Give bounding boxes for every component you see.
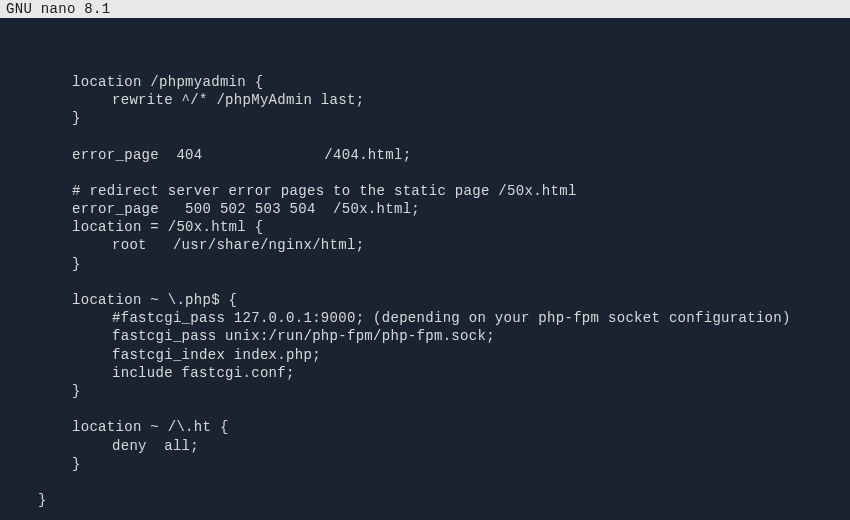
code-line[interactable]: # redirect server error pages to the sta… (72, 182, 850, 200)
code-line[interactable]: } (38, 491, 850, 509)
code-line[interactable]: } (72, 255, 850, 273)
code-line[interactable]: rewrite ^/* /phpMyAdmin last; (112, 91, 850, 109)
code-line[interactable]: fastcgi_pass unix:/run/php-fpm/php-fpm.s… (112, 327, 850, 345)
editor-content[interactable]: location /phpmyadmin {rewrite ^/* /phpMy… (0, 18, 850, 520)
code-line[interactable]: error_page 500 502 503 504 /50x.html; (72, 200, 850, 218)
title-bar: GNU nano 8.1 (0, 0, 850, 18)
code-line[interactable]: #fastcgi_pass 127.0.0.1:9000; (depending… (112, 309, 850, 327)
code-line[interactable]: deny all; (112, 437, 850, 455)
code-line[interactable] (0, 400, 850, 418)
code-line[interactable]: location ~ \.php$ { (72, 291, 850, 309)
code-line[interactable]: error_page 404 /404.html; (72, 146, 850, 164)
code-line[interactable] (0, 127, 850, 145)
code-line[interactable] (0, 273, 850, 291)
code-line[interactable]: location /phpmyadmin { (72, 73, 850, 91)
code-line[interactable] (0, 164, 850, 182)
code-line[interactable]: root /usr/share/nginx/html; (112, 236, 850, 254)
code-line[interactable]: } (72, 382, 850, 400)
code-line[interactable]: location = /50x.html { (72, 218, 850, 236)
code-line[interactable]: include fastcgi.conf; (112, 364, 850, 382)
code-line[interactable] (0, 473, 850, 491)
code-line[interactable] (0, 55, 850, 73)
code-line[interactable]: } (72, 109, 850, 127)
code-line[interactable]: fastcgi_index index.php; (112, 346, 850, 364)
code-line[interactable]: } (72, 455, 850, 473)
code-line[interactable]: location ~ /\.ht { (72, 418, 850, 436)
